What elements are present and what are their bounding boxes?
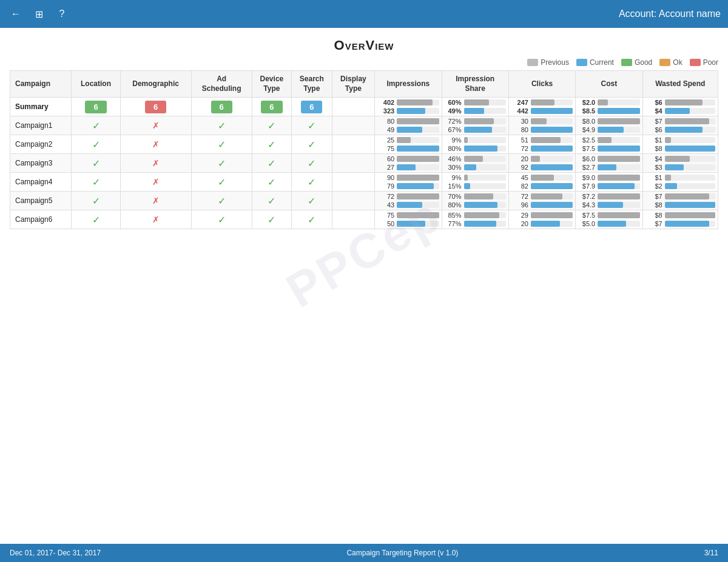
bar-cell: 402 323 [375,98,442,116]
bar-cell: 9% 80% [442,135,508,154]
badge-cell: 6 [252,98,291,116]
check-cell: ✓ [191,173,252,192]
check-cell: ✗ [120,135,191,154]
checkmark-icon: ✓ [218,158,226,169]
top-bar-left: ← ⊞ ? [7,5,70,22]
bar-cell: 72% 67% [442,116,508,135]
checkmark-icon: ✓ [308,196,315,206]
xmark-icon: ✗ [152,158,160,168]
bar-cell: 25 75 [375,135,442,154]
summary-badge: 6 [145,101,166,113]
bar-cell: $2.5 $7.5 [576,135,642,154]
badge-cell: 6 [191,98,252,116]
bar-cell: $1 $2 [642,173,718,192]
col-impressions: Impressions [375,71,442,98]
legend-poor: Poor [690,58,718,67]
bar-cell: 85% 77% [442,210,508,229]
table-row: Campaign1✓✗✓✓✓ 80 49 72% 67% 30 [10,116,718,135]
display-type-cell [332,154,374,173]
summary-label: Summary [10,98,72,116]
table-row: Campaign2✓✗✓✓✓ 25 75 9% 80% 51 [10,135,718,154]
bar-cell: 20 92 [508,154,575,173]
bar-cell: 9% 15% [442,173,508,192]
checkmark-icon: ✓ [308,177,315,187]
checkmark-icon: ✓ [268,121,275,131]
checkmark-icon: ✓ [218,196,226,206]
xmark-icon: ✗ [152,196,160,206]
col-demographic: Demographic [120,71,191,98]
check-cell: ✓ [72,192,120,210]
check-cell: ✓ [252,135,291,154]
account-label: Account: Account name [619,8,721,19]
summary-badge: 6 [301,101,322,113]
back-icon[interactable]: ← [7,5,24,22]
check-cell: ✓ [291,116,332,135]
summary-row: Summary66666 402 323 60% 49% 247 [10,98,718,116]
checkmark-icon: ✓ [308,139,315,150]
checkmark-icon: ✓ [308,158,315,169]
col-display-type: DisplayType [332,71,374,98]
check-cell: ✓ [252,116,291,135]
col-location: Location [72,71,120,98]
bar-cell: 72 96 [508,192,575,210]
bar-cell: 72 43 [375,192,442,210]
overview-table: Campaign Location Demographic AdScheduli… [10,70,718,229]
badge-cell: 6 [291,98,332,116]
campaign-name: Campaign1 [10,116,72,135]
xmark-icon: ✗ [152,139,160,149]
checkmark-icon: ✓ [218,215,226,225]
checkmark-icon: ✓ [308,215,315,225]
bar-cell: $4 $3 [642,154,718,173]
check-cell: ✗ [120,173,191,192]
legend-current: Current [576,58,614,67]
bar-cell: $6.0 $2.7 [576,154,642,173]
col-device-type: DeviceType [252,71,291,98]
grid-icon[interactable]: ⊞ [30,5,47,22]
legend-previous: Previous [527,58,569,67]
bar-cell: 51 72 [508,135,575,154]
checkmark-icon: ✓ [92,215,100,225]
campaign-name: Campaign2 [10,135,72,154]
summary-display [332,98,374,116]
checkmark-icon: ✓ [218,139,226,150]
checkmark-icon: ✓ [268,215,275,225]
check-cell: ✓ [291,135,332,154]
bar-cell: 90 79 [375,173,442,192]
check-cell: ✗ [120,210,191,229]
col-search-type: SearchType [291,71,332,98]
display-type-cell [332,210,374,229]
check-cell: ✓ [252,192,291,210]
bar-cell: 80 49 [375,116,442,135]
check-cell: ✓ [291,173,332,192]
badge-cell: 6 [120,98,191,116]
check-cell: ✓ [72,173,120,192]
help-icon[interactable]: ? [53,5,70,22]
bar-cell: 70% 80% [442,192,508,210]
poor-box [690,59,701,66]
good-box [621,59,632,66]
summary-badge: 6 [261,101,282,113]
xmark-icon: ✗ [152,215,160,224]
bar-cell: 30 80 [508,116,575,135]
bar-cell: 45 82 [508,173,575,192]
xmark-icon: ✗ [152,177,160,187]
check-cell: ✓ [252,154,291,173]
checkmark-icon: ✓ [92,121,100,131]
campaign-name: Campaign6 [10,210,72,229]
bar-cell: $9.0 $7.9 [576,173,642,192]
campaign-name: Campaign4 [10,173,72,192]
checkmark-icon: ✓ [268,158,275,169]
previous-box [527,59,538,66]
bar-cell: 75 50 [375,210,442,229]
bar-cell: 29 20 [508,210,575,229]
bar-cell: $7 $8 [642,192,718,210]
checkmark-icon: ✓ [92,196,100,206]
bar-cell: $2.0 $8.5 [576,98,642,116]
legend-ok: Ok [659,58,682,67]
bar-cell: $8.0 $4.9 [576,116,642,135]
display-type-cell [332,173,374,192]
bar-cell: 46% 30% [442,154,508,173]
check-cell: ✓ [72,116,120,135]
bar-cell: 247 442 [508,98,575,116]
checkmark-icon: ✓ [268,177,275,187]
